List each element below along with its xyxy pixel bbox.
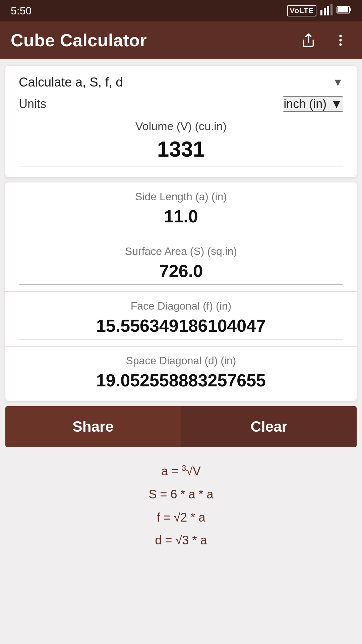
volume-label: Volume (V) (cu.in) xyxy=(19,120,343,133)
status-time: 5:50 xyxy=(11,5,32,17)
surface-area-value: 726.0 xyxy=(19,261,343,285)
status-bar: 5:50 VoLTE xyxy=(0,0,362,21)
side-length-field: Side Length (a) (in) 11.0 xyxy=(5,182,357,237)
app-bar-actions xyxy=(298,30,351,51)
calculate-dropdown[interactable]: Calculate a, S, f, d ▼ xyxy=(19,75,343,90)
signal-icon xyxy=(320,3,333,18)
space-diagonal-value: 19.052558883257655 xyxy=(19,370,343,394)
units-row: Units inch (in) ▼ xyxy=(19,96,343,112)
face-diagonal-label: Face Diagonal (f) (in) xyxy=(19,300,343,312)
battery-icon xyxy=(337,5,351,17)
formula-d: d = √3 * a xyxy=(13,530,349,551)
app-title: Cube Calculator xyxy=(11,30,147,50)
surface-area-label: Surface Area (S) (sq.in) xyxy=(19,245,343,258)
formula-a: a = 3√V xyxy=(13,461,349,482)
face-diagonal-field: Face Diagonal (f) (in) 15.55634918610404… xyxy=(5,292,357,346)
svg-rect-6 xyxy=(350,8,351,11)
units-dropdown-arrow: ▼ xyxy=(330,97,343,111)
svg-point-8 xyxy=(339,35,342,37)
status-bar-right: VoLTE xyxy=(287,3,351,18)
svg-rect-5 xyxy=(338,7,348,12)
side-length-value: 11.0 xyxy=(19,206,343,230)
calculate-dropdown-row: Calculate a, S, f, d ▼ xyxy=(19,75,343,90)
calculate-dropdown-arrow: ▼ xyxy=(333,76,343,89)
share-app-button[interactable] xyxy=(298,30,319,51)
units-dropdown[interactable]: inch (in) ▼ xyxy=(283,96,343,112)
svg-rect-0 xyxy=(320,10,322,15)
surface-area-field: Surface Area (S) (sq.in) 726.0 xyxy=(5,237,357,292)
more-options-button[interactable] xyxy=(330,30,351,51)
app-bar: Cube Calculator xyxy=(0,21,362,59)
main-content: Calculate a, S, f, d ▼ Units inch (in) ▼… xyxy=(0,59,362,644)
clear-button[interactable]: Clear xyxy=(181,406,357,447)
formula-f: f = √2 * a xyxy=(13,507,349,529)
volume-value[interactable]: 1331 xyxy=(19,137,343,166)
svg-point-9 xyxy=(339,39,342,41)
svg-point-10 xyxy=(339,43,342,46)
formulas-section: a = 3√V S = 6 * a * a f = √2 * a d = √3 … xyxy=(0,447,362,566)
calculate-dropdown-value: Calculate a, S, f, d xyxy=(19,75,123,90)
action-buttons: Share Clear xyxy=(5,406,357,447)
face-diagonal-value: 15.556349186104047 xyxy=(19,316,343,339)
space-diagonal-field: Space Diagonal (d) (in) 19.0525588832576… xyxy=(5,346,357,401)
share-button[interactable]: Share xyxy=(5,406,181,447)
results-card: Side Length (a) (in) 11.0 Surface Area (… xyxy=(5,182,357,401)
svg-rect-3 xyxy=(330,4,333,15)
volte-indicator: VoLTE xyxy=(287,5,316,16)
formula-s: S = 6 * a * a xyxy=(13,484,349,505)
units-label: Units xyxy=(19,97,46,111)
svg-rect-1 xyxy=(324,8,326,15)
units-value: inch (in) xyxy=(284,97,326,111)
input-card: Calculate a, S, f, d ▼ Units inch (in) ▼… xyxy=(5,66,357,177)
svg-rect-2 xyxy=(327,6,329,15)
side-length-label: Side Length (a) (in) xyxy=(19,191,343,203)
space-diagonal-label: Space Diagonal (d) (in) xyxy=(19,355,343,367)
